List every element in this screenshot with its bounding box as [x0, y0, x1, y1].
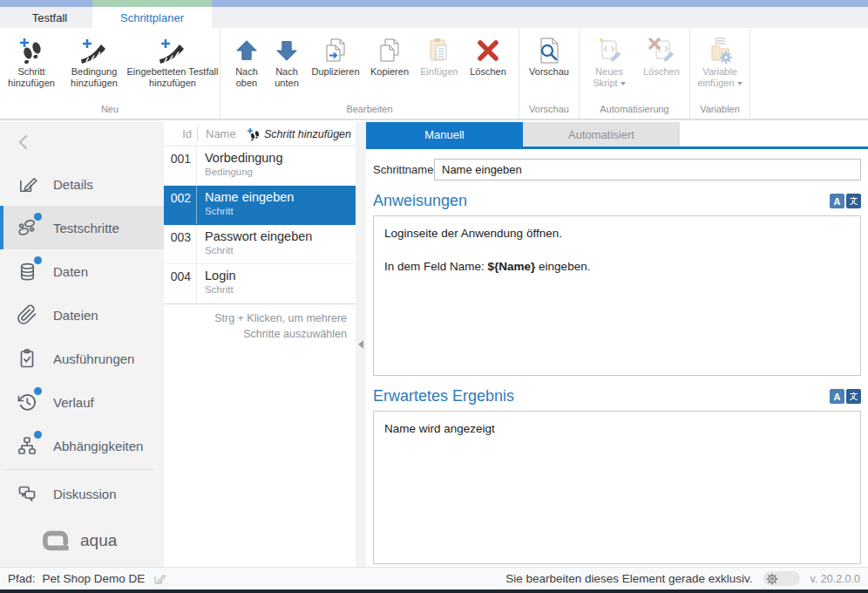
duplicate-button[interactable]: Duplizieren — [307, 32, 364, 78]
step-row[interactable]: 004 Login Schritt — [164, 264, 356, 303]
dropdown-caret-icon — [620, 82, 626, 85]
button-label: Vorschau — [529, 66, 569, 78]
condition-ramp-add-icon — [79, 34, 109, 66]
insert-variable-button: Variable einfügen — [692, 32, 748, 89]
history-clock-icon — [16, 391, 38, 413]
step-type: Bedingung — [205, 167, 283, 177]
detail-tab-bar: Manuell Automatisiert — [366, 122, 868, 147]
arrow-up-icon — [233, 34, 261, 66]
step-row[interactable]: 001 Vorbedingung Bedingung — [164, 147, 356, 186]
button-label: Einfügen — [420, 66, 458, 78]
sidebar-item-ausfuehrungen[interactable]: Ausführungen — [0, 337, 164, 380]
delete-button[interactable]: Löschen — [464, 32, 512, 78]
ribbon-group-variablen: Variable einfügen Variablen — [690, 28, 750, 119]
add-embedded-testcase-button[interactable]: Eingebetteten Testfall hinzufügen — [126, 32, 219, 89]
footprints-add-small-icon — [247, 127, 261, 141]
ribbon-group-vorschau: Vorschau Vorschau — [519, 28, 580, 119]
sidebar-item-dateien[interactable]: Dateien — [0, 293, 164, 337]
chevron-left-icon — [14, 132, 35, 153]
footprints-add-icon — [17, 34, 46, 66]
translate-buttons[interactable]: A — [830, 194, 861, 208]
step-list: Id Name Schritt hinzufügen 001 Vorbeding… — [164, 122, 356, 567]
sidebar-item-abhaengigkeiten[interactable]: Abhängigkeiten — [0, 424, 164, 467]
column-header-id: Id — [164, 127, 197, 140]
ergebnis-editor[interactable]: Name wird angezeigt — [373, 411, 861, 564]
tab-schrittplaner[interactable]: Schrittplaner — [92, 7, 212, 28]
translate-buttons[interactable]: A — [830, 389, 861, 404]
sidebar-item-label: Testschritte — [53, 221, 119, 235]
panel-splitter[interactable] — [356, 122, 366, 567]
notification-dot — [34, 387, 42, 395]
sidebar-item-label: Abhängigkeiten — [53, 439, 143, 453]
sidebar-item-diskussion[interactable]: Diskussion — [0, 472, 164, 515]
button-label: Neues Skript — [582, 66, 636, 89]
paste-button: Einfügen — [415, 32, 464, 78]
ribbon-group-label-variablen: Variablen — [690, 104, 749, 119]
step-id: 004 — [164, 264, 197, 303]
step-row-selected[interactable]: 002 Name eingeben Schritt — [164, 186, 356, 225]
copy-icon — [375, 34, 404, 66]
sidebar: Details Testschritte — [0, 122, 164, 567]
sidebar-divider — [5, 469, 153, 470]
sidebar-collapse-button[interactable] — [0, 122, 164, 162]
result-line: Name wird angezeigt — [384, 421, 850, 438]
preview-button[interactable]: Vorschau — [521, 32, 577, 78]
button-label: Nach unten — [267, 66, 307, 89]
add-condition-button[interactable]: Bedingung hinzufügen — [62, 32, 126, 89]
gear-icon — [766, 573, 778, 585]
button-label: Kopieren — [370, 66, 409, 78]
step-id: 001 — [164, 147, 197, 185]
translate-a-icon: A — [830, 194, 844, 208]
move-down-button[interactable]: Nach unten — [267, 32, 307, 89]
ribbon-group-automatisierung-buttons: Neues Skript Löschen — [580, 28, 689, 104]
footsteps-icon — [16, 216, 38, 239]
settings-toggle[interactable] — [763, 571, 800, 586]
edit-path-button[interactable] — [153, 572, 166, 586]
tab-manuell[interactable]: Manuell — [366, 122, 523, 147]
ribbon-tab-bar: Testfall Schrittplaner — [0, 7, 868, 28]
sidebar-item-daten[interactable]: Daten — [0, 249, 164, 293]
button-label: Löschen — [470, 66, 506, 78]
move-up-button[interactable]: Nach oben — [227, 32, 267, 89]
pfad-label: Pfad: — [8, 572, 36, 585]
paperclip-icon — [16, 303, 38, 326]
clipboard-check-icon — [16, 347, 38, 370]
add-step-link[interactable]: Schritt hinzufügen — [247, 127, 356, 141]
sidebar-item-testschritte[interactable]: Testschritte — [0, 206, 164, 249]
step-name: Login — [205, 269, 235, 283]
copy-button[interactable]: Kopieren — [364, 32, 415, 78]
notification-dot — [34, 213, 42, 221]
step-row[interactable]: 003 Passwort eingeben Schritt — [164, 225, 356, 264]
notification-dot — [34, 431, 42, 439]
step-name: Vorbedingung — [205, 151, 283, 165]
new-script-icon — [594, 34, 624, 66]
anweisungen-editor[interactable]: Loginseite der Anwendung öffnen. In dem … — [373, 215, 861, 376]
sidebar-item-label: Verlauf — [53, 395, 94, 410]
step-id: 003 — [164, 225, 197, 263]
pfad-value: Pet Shop Demo DE — [43, 572, 146, 585]
step-list-header: Id Name Schritt hinzufügen — [164, 122, 356, 147]
ribbon-group-vorschau-buttons: Vorschau — [519, 28, 579, 104]
anweisungen-heading: Anweisungen — [373, 192, 467, 210]
multiselect-hint: Strg + Klicken, um mehrere Schritte ausz… — [164, 303, 356, 342]
sidebar-item-verlauf[interactable]: Verlauf — [0, 380, 164, 424]
tab-testfall[interactable]: Testfall — [7, 7, 92, 28]
step-type: Schritt — [205, 206, 294, 216]
ribbon-group-variablen-buttons: Variable einfügen — [690, 28, 749, 104]
aqua-logo-text: aqua — [80, 531, 117, 550]
schrittname-label: Schrittname: — [373, 163, 434, 176]
ribbon-group-bearbeiten-buttons: Nach oben Nach unten — [220, 28, 519, 104]
window-bottom-bar — [0, 590, 868, 593]
sidebar-item-details[interactable]: Details — [0, 162, 164, 206]
ribbon-group-bearbeiten: Nach oben Nach unten — [220, 28, 519, 119]
aqua-logo: aqua — [0, 528, 164, 567]
ribbon-group-neu: Schritt hinzufügen Bedingung hinzufügen — [0, 28, 220, 119]
button-label: Löschen — [643, 66, 680, 78]
add-step-button[interactable]: Schritt hinzufügen — [1, 32, 62, 89]
ribbon-group-label-neu: Neu — [0, 104, 220, 119]
tab-automatisiert[interactable]: Automatisiert — [523, 122, 680, 147]
exclusive-edit-message: Sie bearbeiten dieses Element gerade exk… — [505, 572, 752, 585]
ribbon-group-label-automatisierung: Automatisierung — [580, 104, 689, 119]
translate-char-icon — [846, 389, 861, 404]
schrittname-input[interactable]: Name eingeben — [434, 159, 861, 181]
